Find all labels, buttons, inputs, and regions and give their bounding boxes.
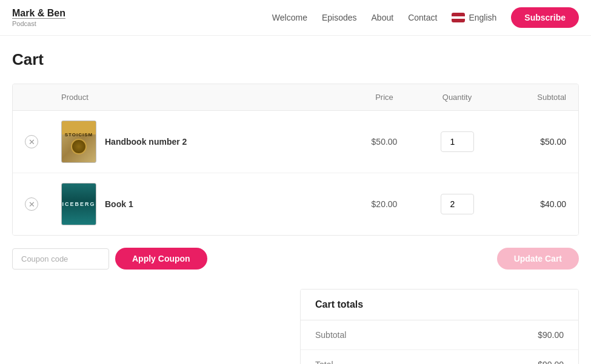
page-title: Cart [12,50,579,69]
remove-item-button[interactable]: ✕ [25,197,38,211]
qty-cell [421,131,493,152]
subtotal-cell: $50.00 [493,137,566,147]
apply-coupon-button[interactable]: Apply Coupon [115,248,207,270]
coupon-input[interactable] [12,248,109,270]
nav-contact[interactable]: Contact [408,13,437,22]
logo-subtitle: Podcast [12,18,65,27]
quantity-input[interactable] [441,194,474,214]
main-content: Cart Product Price Quantity Subtotal ✕ S… [0,36,591,364]
language-selector[interactable]: English [452,13,496,22]
nav-about[interactable]: About [372,13,394,22]
total-row: Total $90.00 [301,350,578,364]
flag-icon [452,13,465,22]
coupon-section: Apply Coupon [12,248,207,270]
price-cell: $50.00 [348,137,421,147]
product-name: Book 1 [105,199,133,209]
subtotal-value: $90.00 [538,330,564,340]
cart-totals-wrapper: Cart totals Subtotal $90.00 Total $90.00… [12,289,579,364]
table-row: ✕ ICEBERG Book 1 $20.00 $40.00 [13,173,578,235]
product-name: Handbook number 2 [105,137,187,147]
col-product: Product [61,93,348,102]
cart-table: Product Price Quantity Subtotal ✕ STOICI… [12,84,579,236]
total-value: $90.00 [538,360,564,364]
nav-welcome[interactable]: Welcome [272,13,307,22]
remove-cell: ✕ [25,197,61,211]
cart-totals-title: Cart totals [301,290,578,320]
total-label: Total [315,360,333,364]
qty-cell [421,194,493,214]
product-cell: ICEBERG Book 1 [61,183,348,225]
remove-cell: ✕ [25,135,61,148]
subtotal-row: Subtotal $90.00 [301,320,578,350]
quantity-input[interactable] [441,131,474,152]
logo-name: Mark & Ben [12,8,65,19]
site-header: Mark & Ben Podcast Welcome Episodes Abou… [0,0,591,36]
logo: Mark & Ben Podcast [12,8,65,28]
nav-episodes[interactable]: Episodes [322,13,357,22]
product-cell: STOICISM Handbook number 2 [61,121,348,163]
update-cart-button[interactable]: Update Cart [497,248,579,270]
coupon-row: Apply Coupon Update Cart [12,248,579,270]
cart-totals: Cart totals Subtotal $90.00 Total $90.00… [300,289,579,364]
product-image-stoicism: STOICISM [61,121,96,163]
col-price: Price [348,93,421,102]
price-cell: $20.00 [348,199,421,209]
col-subtotal: Subtotal [493,93,566,102]
subtotal-label: Subtotal [315,330,346,340]
subscribe-button[interactable]: Subscribe [511,7,579,28]
cart-table-header: Product Price Quantity Subtotal [13,84,578,111]
subtotal-cell: $40.00 [493,199,566,209]
product-image-iceberg: ICEBERG [61,183,96,225]
table-row: ✕ STOICISM Handbook number 2 $50.00 $50.… [13,111,578,173]
remove-item-button[interactable]: ✕ [25,135,38,148]
main-nav: Welcome Episodes About Contact English S… [272,7,579,28]
col-quantity: Quantity [421,93,493,102]
language-label: English [469,13,496,22]
